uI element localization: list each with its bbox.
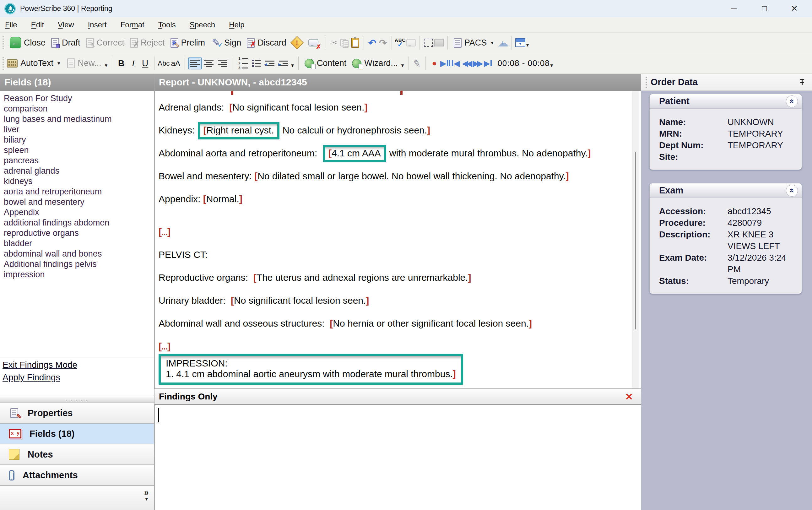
bold-button[interactable]: B (115, 58, 127, 68)
redo-icon[interactable]: ↷ (378, 37, 388, 48)
field-list-item[interactable]: impression (4, 270, 154, 280)
report-line-reproductive[interactable]: Reproductive organs: [The uterus and adn… (158, 272, 629, 283)
keyboard-icon[interactable] (7, 58, 18, 69)
report-empty-field[interactable]: [] (158, 226, 629, 237)
menu-item[interactable]: Edit (31, 21, 44, 29)
close-window-button[interactable]: ✕ (788, 4, 801, 13)
record-icon[interactable]: ● (429, 58, 440, 69)
discard-button[interactable]: ✗ Discard (244, 38, 289, 48)
report-line-aorta[interactable]: Abdominal aorta and retroperitoneum: [4.… (158, 148, 629, 159)
toolbar-grip[interactable] (2, 36, 4, 49)
align-left-button[interactable] (188, 57, 202, 69)
field-list-item[interactable]: Appendix (4, 207, 154, 218)
numbered-list-button[interactable]: 123 (236, 55, 250, 72)
menu-item[interactable]: File (5, 21, 17, 29)
play-pause-icon[interactable]: ▶ (440, 58, 450, 69)
cloud-upload-icon[interactable]: ☁ (498, 37, 509, 48)
field-list-item[interactable]: Reason For Study (4, 93, 154, 104)
skip-to-start-icon[interactable]: ◀ (450, 58, 461, 69)
apply-findings-link[interactable]: Apply Findings (2, 372, 154, 382)
pacs-dropdown-icon[interactable]: ▾ (491, 39, 494, 46)
panel-splitter[interactable]: ......... (0, 396, 154, 403)
pacs-button[interactable]: PACS ▾ (451, 38, 498, 48)
select-region-icon[interactable] (423, 37, 434, 48)
notes-nav-button[interactable]: Notes (0, 444, 154, 465)
report-line-pelvis-header[interactable]: PELVIS CT: (158, 249, 629, 260)
underline-button[interactable]: U (139, 58, 151, 68)
audio-dropdown-icon[interactable]: ▾ (550, 62, 553, 69)
maximize-button[interactable]: □ (758, 4, 771, 13)
autotext-dropdown-icon[interactable]: ▾ (57, 60, 60, 66)
change-case-button[interactable]: aA (170, 59, 181, 68)
new-dropdown-icon[interactable]: ▾ (105, 62, 108, 69)
undo-icon[interactable]: ↶ (367, 37, 378, 48)
wizard-dropdown-icon[interactable]: ▾ (401, 62, 404, 69)
field-list-item[interactable]: bowel and mesentery (4, 197, 154, 207)
panel-grip[interactable] (645, 77, 647, 88)
bullet-list-button[interactable] (250, 57, 263, 69)
report-line-adrenal[interactable]: Adrenal glands: [No significant focal le… (158, 102, 629, 113)
toolbar-grip[interactable] (2, 57, 4, 70)
report-empty-field[interactable]: [] (158, 341, 629, 352)
autotext-button[interactable]: AutoText ▾ (18, 58, 64, 68)
sign-button[interactable]: ✎✓ Sign (208, 37, 244, 48)
priority-warning-icon[interactable]: ! (292, 37, 302, 48)
strikethrough-button[interactable]: Abc (157, 59, 170, 67)
wizard-button[interactable]: Wizard... (349, 58, 401, 68)
collapse-exam-icon[interactable]: « (786, 185, 798, 197)
draft-button[interactable]: Draft (48, 38, 83, 48)
layout-panels-icon[interactable] (515, 37, 526, 48)
properties-nav-button[interactable]: ✎ Properties (0, 403, 154, 424)
collapse-patient-icon[interactable]: « (786, 95, 798, 107)
minimize-button[interactable]: ─ (728, 4, 741, 13)
field-list-item[interactable]: additional findings abdomen (4, 218, 154, 228)
report-line-abdominal-wall[interactable]: Abdominal wall and osseous structures: [… (158, 318, 629, 329)
comment-icon[interactable] (406, 37, 416, 48)
fields-nav-button[interactable]: Fields (18) (0, 424, 154, 444)
new-autotext-button[interactable]: New... (64, 58, 104, 68)
field-list-item[interactable]: biliary (4, 135, 154, 145)
report-line-kidneys[interactable]: Kidneys: [Right renal cyst. No calculi o… (158, 125, 629, 136)
report-editor[interactable]: Adrenal glands: [No significant focal le… (154, 91, 641, 389)
align-center-button[interactable] (202, 57, 216, 69)
decrease-indent-button[interactable]: ◂ (263, 58, 277, 68)
panel-overflow-button[interactable]: » ▼ (144, 488, 149, 501)
attachments-nav-button[interactable]: Attachments (0, 465, 154, 486)
fast-forward-icon[interactable]: ▶▶ (472, 58, 482, 69)
field-list-item[interactable]: adrenal glands (4, 166, 154, 176)
report-line-appendix[interactable]: Appendix: [Normal.] (158, 194, 629, 204)
rewind-icon[interactable]: ◀◀ (461, 58, 472, 69)
increase-indent-button[interactable]: ▸ (277, 58, 290, 68)
cut-icon[interactable]: ✂ (328, 37, 339, 48)
list-dropdown-icon[interactable]: ▾ (291, 62, 294, 69)
skip-to-end-icon[interactable]: ▶ (482, 58, 493, 69)
report-scrollbar[interactable] (632, 91, 639, 389)
field-list-item[interactable]: lung bases and mediastinum (4, 114, 154, 124)
report-scrollbar-thumb[interactable] (635, 152, 636, 330)
field-list-item[interactable]: liver (4, 124, 154, 135)
toolbar-overflow-icon[interactable]: ▾ (526, 42, 529, 48)
correct-button[interactable]: ✎ Correct (83, 38, 127, 48)
dictation-pen-icon[interactable]: ✎ (411, 57, 423, 69)
menu-item[interactable]: Speech (190, 21, 215, 29)
field-list-item[interactable]: reproductive organs (4, 228, 154, 238)
menu-item[interactable]: Help (229, 21, 244, 29)
menu-item[interactable]: Insert (88, 21, 107, 29)
copy-icon[interactable] (339, 37, 350, 48)
field-list-item[interactable]: bladder (4, 238, 154, 249)
dismiss-comment-icon[interactable]: ✗ (308, 37, 319, 48)
field-list-item[interactable]: pancreas (4, 155, 154, 166)
findings-only-editor[interactable] (154, 405, 641, 510)
paste-icon[interactable] (350, 37, 360, 48)
reject-button[interactable]: ✗ Reject (127, 38, 168, 48)
findings-close-icon[interactable]: ✕ (625, 391, 633, 402)
report-line-bowel[interactable]: Bowel and mesentery: [No dilated small o… (158, 171, 629, 181)
prelim-button[interactable]: P✎ Prelim (168, 38, 208, 48)
highlight-box-impression[interactable]: IMPRESSION: 1. 4.1 cm abdominal aortic a… (158, 354, 463, 385)
insert-image-icon[interactable] (434, 37, 444, 48)
align-right-button[interactable] (216, 57, 230, 69)
field-list-item[interactable]: abdominal wall and bones (4, 249, 154, 259)
pin-icon[interactable] (799, 78, 806, 86)
field-list-item[interactable]: spleen (4, 145, 154, 155)
menu-item[interactable]: Tools (158, 21, 176, 29)
